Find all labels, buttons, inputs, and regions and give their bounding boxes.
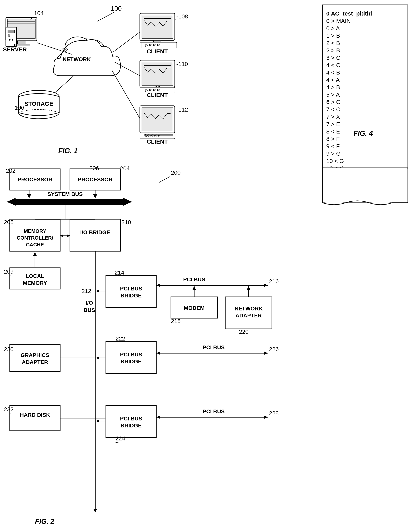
ref-108: -108 — [176, 13, 188, 19]
svg-text:▷≫≫≫: ▷≫≫≫ — [145, 133, 160, 138]
ref-112: -112 — [176, 106, 188, 113]
processor1-label: PROCESSOR — [18, 177, 52, 183]
pci-bus2-label: PCI BUS — [203, 344, 225, 350]
local-memory2-label: MEMORY — [23, 280, 47, 286]
ref-210: 210 — [121, 219, 131, 225]
pci-bridge2-2: BRIDGE — [121, 359, 142, 365]
fig4-item-12: 6 > C — [326, 99, 340, 105]
network-label: NETWORK — [63, 56, 91, 62]
modem-label: MODEM — [184, 305, 205, 311]
ref-104: 104 — [34, 10, 44, 16]
fig4-item-3: 1 > B — [326, 32, 340, 39]
svg-marker-97 — [96, 290, 99, 292]
svg-line-68 — [159, 177, 170, 182]
fig4-item-15: 7 > E — [326, 121, 340, 127]
svg-marker-107 — [247, 286, 250, 290]
io-bus-1: I/O — [86, 300, 93, 306]
pci-bridge1-1: PCI BUS — [120, 285, 142, 292]
svg-rect-8 — [8, 30, 15, 33]
ref-220: 220 — [239, 328, 248, 335]
pci-bridge2-1: PCI BUS — [120, 352, 142, 358]
ref-230: 230 — [4, 346, 14, 352]
svg-text:▷≫≫≫: ▷≫≫≫ — [145, 43, 160, 47]
svg-marker-77 — [27, 194, 31, 198]
svg-line-67 — [54, 76, 74, 93]
svg-marker-113 — [157, 351, 160, 355]
fig4-item-0: 0 AC_test_pidtid — [326, 10, 372, 17]
ref-218: 218 — [171, 318, 181, 324]
svg-point-12 — [12, 39, 13, 40]
pci-bus1-label: PCI BUS — [183, 276, 205, 283]
ref-200: 200 — [171, 169, 181, 176]
ref-100: 100 — [111, 5, 122, 12]
svg-marker-120 — [96, 420, 99, 422]
fig4-item-18: 9 < F — [326, 143, 340, 149]
svg-line-101 — [268, 284, 268, 284]
svg-point-54 — [158, 86, 160, 87]
fig4-item-11: 5 > A — [326, 91, 340, 98]
fig4-item-16: 8 < E — [326, 128, 340, 135]
client1-label: CLIENT — [147, 48, 168, 55]
io-bus-2: BUS — [83, 307, 95, 313]
pci-bus3-label: PCI BUS — [203, 408, 225, 414]
svg-marker-123 — [264, 415, 268, 419]
svg-point-53 — [156, 86, 157, 87]
fig4-item-9: 4 < A — [326, 77, 340, 83]
svg-line-65 — [112, 70, 140, 118]
graphics2-label: ADAPTER — [22, 359, 48, 365]
svg-line-0 — [97, 12, 115, 21]
ref-110: -110 — [176, 61, 188, 67]
svg-marker-74 — [123, 198, 132, 206]
svg-marker-100 — [264, 284, 268, 287]
fig4-item-19: 9 > G — [326, 150, 341, 157]
ref-232: 232 — [4, 406, 14, 412]
fig4-item-5: 2 > B — [326, 47, 340, 54]
fig4-item-14: 7 > X — [326, 114, 340, 120]
svg-rect-9 — [8, 35, 10, 37]
pci-bridge1-2: BRIDGE — [121, 293, 142, 299]
ref-202: 202 — [6, 167, 16, 174]
fig4-item-4: 2 < B — [326, 40, 340, 46]
svg-marker-104 — [192, 286, 196, 290]
fig4-item-8: 4 < B — [326, 69, 340, 76]
fig2-label: FIG. 2 — [35, 517, 54, 525]
fig4-label: FIG. 4 — [354, 129, 373, 137]
ref-222: 222 — [116, 335, 125, 342]
ref-216: 216 — [269, 278, 279, 285]
fig4-item-6: 3 > C — [326, 55, 340, 61]
network-adapter2-label: ADAPTER — [235, 313, 262, 319]
fig1-label: FIG. 1 — [58, 147, 78, 155]
svg-text:▷≫≫≫: ▷≫≫≫ — [145, 88, 160, 92]
ref-226: 226 — [269, 346, 279, 352]
fig4-item-10: 4 > B — [326, 84, 340, 90]
controller-label: CONTROLLER/ — [17, 235, 53, 241]
pci-bridge3-2: BRIDGE — [121, 423, 142, 428]
ref-206: 206 — [89, 165, 99, 171]
local-memory1-label: LOCAL — [26, 273, 44, 279]
svg-marker-79 — [93, 194, 97, 198]
svg-point-10 — [14, 44, 16, 46]
ref-208: 208 — [4, 219, 14, 225]
memory-label: MEMORY — [24, 228, 46, 234]
server-label: SERVER — [3, 46, 27, 53]
cache-label: CACHE — [26, 242, 44, 247]
fig4-item-17: 8 > F — [326, 136, 340, 142]
svg-rect-124 — [10, 406, 60, 431]
svg-marker-92 — [33, 252, 37, 256]
fig4-item-13: 7 < C — [326, 106, 340, 113]
page: 100 SERVER 104 — [0, 0, 416, 532]
fig4-item-2: 0 > A — [326, 25, 340, 31]
fig4-item-7: 4 < C — [326, 62, 340, 68]
graphics1-label: GRAPHICS — [20, 352, 49, 358]
io-bridge-label: I/O BRIDGE — [80, 229, 110, 235]
svg-marker-132 — [93, 509, 97, 513]
svg-marker-99 — [157, 284, 160, 287]
client2-label: CLIENT — [147, 92, 168, 98]
client3-label: CLIENT — [147, 138, 168, 145]
processor2-label: PROCESSOR — [78, 177, 113, 183]
svg-line-63 — [113, 32, 140, 52]
svg-marker-73 — [7, 198, 16, 206]
fig4-item-1: 0 > MAIN — [326, 18, 351, 24]
svg-rect-75 — [16, 199, 123, 205]
svg-marker-122 — [157, 415, 160, 419]
